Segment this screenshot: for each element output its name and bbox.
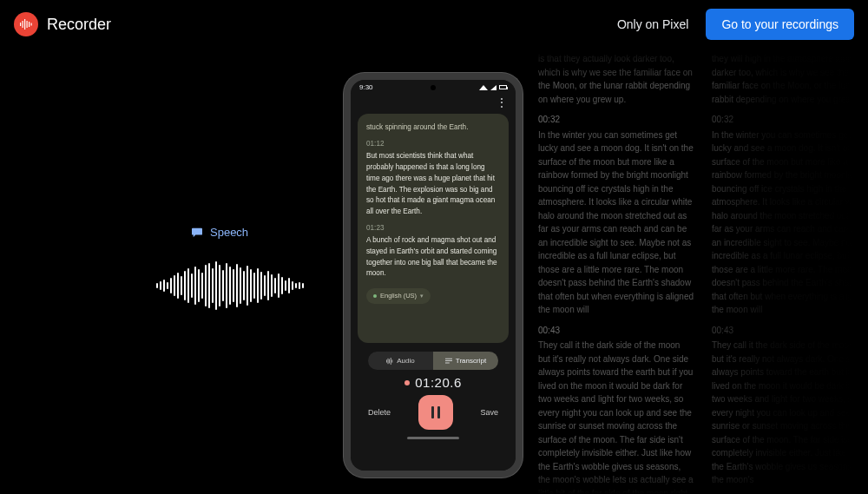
recording-dot-icon <box>404 380 410 385</box>
transcript-panel[interactable]: stuck spinning around the Earth. 01:12 B… <box>358 114 509 343</box>
app-header: Recorder Only on Pixel Go to your record… <box>0 0 868 49</box>
transcript-paragraph: A bunch of rock and magma shot out and s… <box>366 235 500 280</box>
svg-rect-2 <box>24 19 25 30</box>
recorder-logo-icon <box>14 12 38 36</box>
timestamp: 01:23 <box>366 223 500 234</box>
app-name: Recorder <box>47 16 111 34</box>
svg-rect-9 <box>391 358 391 365</box>
battery-icon <box>499 85 507 89</box>
audio-icon <box>386 358 393 365</box>
save-button[interactable]: Save <box>480 408 498 417</box>
bg-timestamp: 00:32 <box>712 113 868 127</box>
svg-rect-5 <box>31 23 32 26</box>
pause-icon <box>431 406 440 418</box>
svg-rect-10 <box>392 359 393 362</box>
app-toolbar: ⋮ <box>351 95 516 112</box>
transcript-tab-label: Transcript <box>456 357 486 365</box>
svg-rect-1 <box>23 21 23 28</box>
svg-rect-6 <box>386 359 387 362</box>
svg-rect-0 <box>20 23 21 26</box>
background-transcript: is that they actually look darker too, w… <box>538 52 868 494</box>
bg-timestamp: 00:43 <box>712 324 868 338</box>
transcript-fragment: stuck spinning around the Earth. <box>366 122 500 134</box>
home-indicator <box>407 437 459 439</box>
language-chip[interactable]: English (US) ▾ <box>366 288 431 304</box>
speech-icon <box>191 227 203 238</box>
svg-rect-4 <box>29 22 30 27</box>
status-time: 9:30 <box>359 83 373 91</box>
bg-text: They call it the dark side of the moon b… <box>712 339 868 487</box>
header-right: Only on Pixel Go to your recordings <box>617 9 854 40</box>
camera-hole <box>431 85 436 90</box>
bg-text: In the winter you can sometimes get luck… <box>538 128 694 317</box>
svg-rect-8 <box>389 359 390 363</box>
speech-label-text: Speech <box>210 226 248 239</box>
timestamp: 01:12 <box>366 139 500 150</box>
wifi-icon <box>479 85 488 90</box>
svg-rect-12 <box>445 360 452 361</box>
language-label: English (US) <box>380 291 417 301</box>
transcript-paragraph: But most scientists think that what prob… <box>366 151 500 217</box>
mode-toggle: Audio Transcript <box>368 352 498 370</box>
audio-tab[interactable]: Audio <box>368 352 433 370</box>
audio-tab-label: Audio <box>397 357 414 365</box>
svg-rect-7 <box>388 358 389 363</box>
bg-column: is that they actually look darker too, w… <box>538 52 694 494</box>
svg-rect-3 <box>27 21 28 28</box>
recording-indicator: 01:20.6 <box>351 375 516 390</box>
speech-area: Speech <box>156 226 304 312</box>
bg-text: is that they actually look darker too, w… <box>538 52 694 106</box>
logo[interactable]: Recorder <box>14 12 111 36</box>
recording-time: 01:20.6 <box>415 375 462 390</box>
bg-timestamp: 00:43 <box>538 324 694 338</box>
signal-icon <box>490 85 496 90</box>
bg-text: They call it the dark side of the moon b… <box>538 339 694 494</box>
svg-rect-13 <box>445 362 450 363</box>
pause-button[interactable] <box>418 395 453 430</box>
bg-column: they will high in the atmosphere looking… <box>712 52 868 494</box>
go-to-recordings-button[interactable]: Go to your recordings <box>706 9 854 40</box>
phone-mock: 9:30 ⋮ stuck spinning around the Earth. … <box>344 73 523 478</box>
phone-screen: 9:30 ⋮ stuck spinning around the Earth. … <box>351 80 516 471</box>
chevron-down-icon: ▾ <box>420 292 424 301</box>
language-status-dot <box>373 294 377 298</box>
delete-button[interactable]: Delete <box>368 408 391 417</box>
transcript-tab[interactable]: Transcript <box>433 352 498 370</box>
controls-row: Delete Save <box>351 390 516 433</box>
waveform <box>156 260 304 312</box>
transcript-icon <box>445 358 452 365</box>
speech-label: Speech <box>191 226 304 239</box>
bg-text: In the winter you can sometimes get luck… <box>712 128 868 317</box>
bg-text: they will high in the atmosphere looking… <box>712 52 868 106</box>
pixel-only-text: Only on Pixel <box>617 17 688 31</box>
more-icon[interactable]: ⋮ <box>496 96 507 109</box>
bg-timestamp: 00:32 <box>538 113 694 127</box>
fade-overlay-left <box>0 49 104 494</box>
svg-rect-11 <box>445 358 452 359</box>
